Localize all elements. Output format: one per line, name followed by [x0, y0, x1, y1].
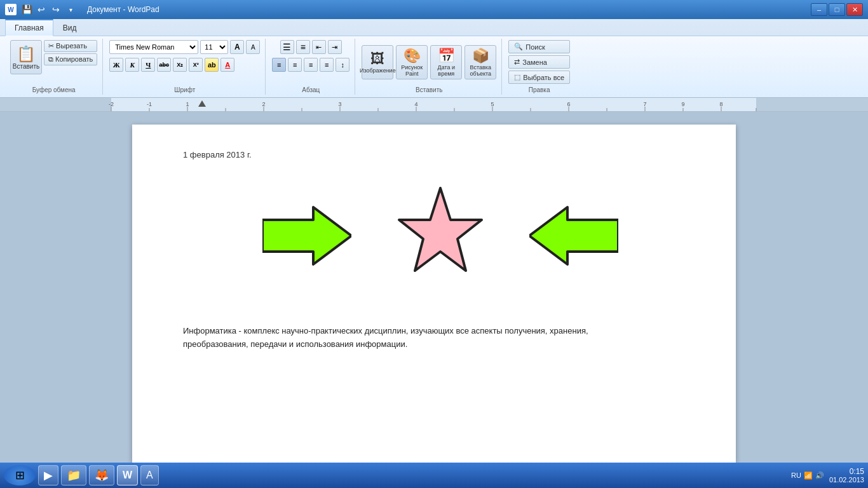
object-label: Вставкаобъекта: [470, 64, 492, 77]
taskbar-wordpad[interactable]: W: [117, 465, 138, 485]
font-name-select[interactable]: Times New Roman: [109, 40, 198, 54]
object-icon: 📦: [472, 48, 489, 64]
language-indicator[interactable]: RU: [791, 471, 801, 479]
ribbon-tabs: Главная Вид: [0, 19, 868, 36]
line-spacing-btn[interactable]: ↕: [336, 58, 349, 72]
svg-text:5: 5: [491, 101, 494, 107]
taskbar-media-player[interactable]: ▶: [38, 465, 58, 485]
find-controls: 🔍 Поиск ⇄ Замена ⬚ Выбрать все: [508, 40, 570, 84]
font-label: Шрифт: [174, 84, 195, 93]
find-label: Правка: [529, 84, 550, 93]
clipboard-controls: 📋 Вставить ✂ Вырезать ⧉ Копировать: [10, 40, 97, 84]
svg-text:-2: -2: [109, 101, 114, 107]
start-icon: ⊞: [15, 468, 25, 482]
superscript-btn[interactable]: X²: [189, 58, 203, 72]
insert-group: 🖼 Изображение 🎨 РисунокPaint 📅 Дата ивре…: [356, 39, 502, 95]
taskbar-firefox[interactable]: 🦊: [89, 465, 114, 485]
insert-datetime-btn[interactable]: 📅 Дата ивремя: [430, 45, 462, 79]
maximize-btn[interactable]: □: [829, 3, 845, 16]
svg-text:1: 1: [186, 101, 189, 107]
insert-object-btn[interactable]: 📦 Вставкаобъекта: [465, 45, 496, 79]
select-all-label: Выбрать все: [523, 74, 564, 81]
bold-btn[interactable]: Ж: [109, 58, 123, 72]
replace-label: Замена: [522, 58, 547, 66]
align-justify-btn[interactable]: ≡: [320, 58, 334, 72]
svg-marker-32: [262, 207, 351, 264]
align-center-btn[interactable]: ≡: [288, 58, 302, 72]
minimize-btn[interactable]: –: [811, 3, 827, 16]
list-row: ☰ ≡ ⇤ ⇥: [280, 40, 342, 54]
qa-dropdown-btn[interactable]: ▾: [64, 3, 77, 16]
font-group: Times New Roman 11 A A Ж К Ч abc X₂ X² a…: [104, 39, 266, 95]
underline-btn[interactable]: Ч: [141, 58, 155, 72]
select-all-btn[interactable]: ⬚ Выбрать все: [508, 71, 570, 84]
bullet-list-btn[interactable]: ☰: [280, 40, 294, 54]
shapes-row: [183, 185, 698, 287]
copy-button[interactable]: ⧉ Копировать: [44, 53, 97, 65]
undo-quick-btn[interactable]: ↩: [35, 3, 48, 16]
volume-icon: 🔊: [815, 471, 824, 480]
network-icon: 📶: [804, 471, 813, 480]
document-text[interactable]: Информатика - комплекс научно-практическ…: [183, 325, 628, 351]
media-player-icon: ▶: [44, 468, 53, 482]
start-button[interactable]: ⊞: [4, 465, 36, 485]
clock[interactable]: 0:15 01.02.2013: [829, 467, 864, 484]
cut-button[interactable]: ✂ Вырезать: [44, 40, 97, 52]
firefox-icon: 🦊: [95, 468, 109, 482]
star-shape: [390, 185, 491, 287]
document-area: 1 февраля 2013 г. Информатика - комплекс…: [0, 112, 868, 475]
datetime-icon: 📅: [438, 48, 455, 64]
paste-button[interactable]: 📋 Вставить: [10, 40, 42, 74]
highlight-btn[interactable]: ab: [205, 58, 219, 72]
svg-marker-33: [399, 188, 482, 271]
search-btn[interactable]: 🔍 Поиск: [508, 40, 570, 53]
svg-text:7: 7: [643, 101, 646, 107]
subscript-btn[interactable]: X₂: [173, 58, 187, 72]
file-explorer-icon: 📁: [67, 468, 81, 482]
taskbar-file-explorer[interactable]: 📁: [61, 465, 86, 485]
ruler-svg: 1 2 3 4 5 6 7 8 -1 -2 9: [0, 98, 868, 112]
paragraph-controls: ☰ ≡ ⇤ ⇥ ≡ ≡ ≡ ≡ ↕: [272, 40, 349, 84]
format-row: Ж К Ч abc X₂ X² ab A: [109, 58, 234, 72]
clipboard-group: 📋 Вставить ✂ Вырезать ⧉ Копировать Буфер…: [5, 39, 103, 95]
taskbar-right: RU 📶 🔊 0:15 01.02.2013: [791, 467, 864, 484]
increase-indent-btn[interactable]: ⇥: [328, 40, 342, 54]
svg-rect-2: [111, 98, 756, 112]
clock-date: 01.02.2013: [829, 476, 864, 484]
taskbar-flashcard[interactable]: A: [140, 465, 159, 485]
svg-text:6: 6: [567, 101, 570, 107]
svg-text:4: 4: [414, 101, 417, 107]
paragraph-group: ☰ ≡ ⇤ ⇥ ≡ ≡ ≡ ≡ ↕ Абзац: [267, 39, 355, 95]
ruler: 1 2 3 4 5 6 7 8 -1 -2 9: [0, 98, 868, 112]
title-bar: W 💾 ↩ ↪ ▾ Документ - WordPad – □ ✕: [0, 0, 868, 19]
insert-paint-btn[interactable]: 🎨 РисунокPaint: [396, 45, 428, 79]
decrease-indent-btn[interactable]: ⇤: [312, 40, 326, 54]
copy-label: Копировать: [55, 55, 93, 63]
insert-image-btn[interactable]: 🖼 Изображение: [362, 45, 393, 79]
align-right-btn[interactable]: ≡: [304, 58, 318, 72]
svg-rect-1: [756, 98, 868, 112]
quick-access-toolbar: 💾 ↩ ↪ ▾: [20, 3, 77, 16]
replace-btn[interactable]: ⇄ Замена: [508, 55, 570, 69]
tab-view[interactable]: Вид: [53, 19, 86, 36]
italic-btn[interactable]: К: [125, 58, 139, 72]
strikethrough-btn[interactable]: abc: [157, 58, 171, 72]
image-icon: 🖼: [370, 51, 384, 67]
align-left-btn[interactable]: ≡: [272, 58, 286, 72]
font-shrink-btn[interactable]: A: [246, 40, 260, 54]
redo-quick-btn[interactable]: ↪: [50, 3, 62, 16]
insert-label: Вставить: [416, 84, 442, 93]
document-date: 1 февраля 2013 г.: [183, 150, 698, 159]
find-buttons: 🔍 Поиск ⇄ Замена ⬚ Выбрать все: [508, 40, 570, 84]
font-controls: Times New Roman 11 A A Ж К Ч abc X₂ X² a…: [109, 40, 260, 84]
close-btn[interactable]: ✕: [846, 3, 863, 16]
font-color-btn[interactable]: A: [220, 58, 234, 72]
clipboard-small-buttons: ✂ Вырезать ⧉ Копировать: [44, 40, 97, 65]
find-group: 🔍 Поиск ⇄ Замена ⬚ Выбрать все Правка: [503, 39, 575, 95]
font-grow-btn[interactable]: A: [230, 40, 244, 54]
font-size-select[interactable]: 11: [200, 40, 228, 54]
num-list-btn[interactable]: ≡: [296, 40, 310, 54]
save-quick-btn[interactable]: 💾: [20, 3, 33, 16]
tab-home[interactable]: Главная: [5, 19, 53, 36]
arrow-left-shape: [529, 204, 618, 268]
